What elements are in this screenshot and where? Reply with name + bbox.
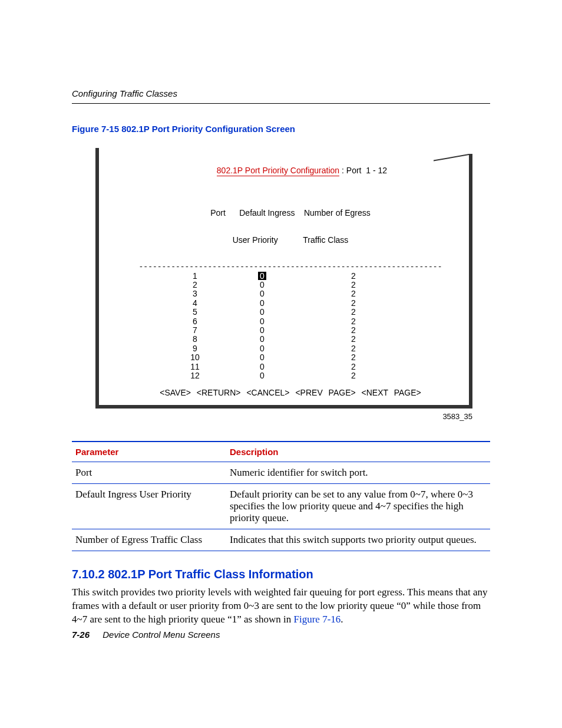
cell-priority[interactable]: 0	[221, 272, 303, 281]
screen-row: 802	[115, 335, 465, 344]
cell-port: 11	[177, 363, 221, 371]
table-row: Default Ingress User PriorityDefault pri…	[72, 483, 490, 529]
cell-egress: 2	[303, 289, 404, 298]
frame-edge	[95, 405, 472, 409]
cell-port: 9	[177, 344, 221, 353]
screen-row: 1002	[115, 353, 465, 362]
cell-priority: 0	[221, 326, 303, 335]
cell-priority: 0	[221, 353, 303, 362]
frame-edge	[95, 148, 99, 409]
cell-egress: 2	[303, 344, 404, 353]
frame-edge	[469, 154, 472, 409]
screen-row: 1102	[115, 363, 465, 371]
cell-egress: 2	[303, 317, 404, 326]
cell-egress: 2	[303, 363, 404, 371]
cell-port: 8	[177, 335, 221, 344]
cell-egress: 2	[303, 272, 404, 281]
action-return[interactable]: <RETURN>	[197, 388, 241, 397]
action-prev[interactable]: <PREV PAGE>	[295, 388, 355, 397]
table-row: Number of Egress Traffic ClassIndicates …	[72, 529, 490, 551]
screen-column-headers: Port Default Ingress Number of Egress Us…	[115, 190, 465, 263]
screen-title: 802.1P Port Priority Configuration : Por…	[115, 157, 465, 185]
cell-priority: 0	[221, 335, 303, 344]
table-header-row: Parameter Description	[72, 442, 490, 462]
footer-title: Device Control Menu Screens	[103, 630, 220, 640]
cell-port: 12	[177, 371, 221, 380]
cell-parameter: Number of Egress Traffic Class	[72, 529, 226, 551]
screen-row: 202	[115, 281, 465, 289]
page-number: 7-26	[72, 630, 90, 640]
cell-priority: 0	[221, 317, 303, 326]
section-paragraph: This switch provides two priority levels…	[72, 586, 490, 627]
running-head: Configuring Traffic Classes	[72, 0, 490, 98]
screen-row: 602	[115, 317, 465, 326]
screen-title-link: 802.1P Port Priority Configuration	[217, 166, 339, 176]
cell-priority: 0	[221, 371, 303, 380]
cell-description: Indicates that this switch supports two …	[226, 529, 490, 551]
cell-egress: 2	[303, 326, 404, 335]
terminal-screen-figure: 802.1P Port Priority Configuration : Por…	[95, 148, 472, 409]
screen-row: 702	[115, 326, 465, 335]
action-save[interactable]: <SAVE>	[160, 388, 191, 397]
figure-id: 3583_35	[95, 412, 472, 421]
para-text-pre: This switch provides two priority levels…	[72, 587, 488, 625]
col-heads-line1: Port Default Ingress Number of Egress	[115, 209, 465, 218]
screen-action-bar: <SAVE> <RETURN> <CANCEL> <PREV PAGE> <NE…	[115, 388, 465, 397]
cell-egress: 2	[303, 308, 404, 317]
th-parameter: Parameter	[72, 442, 226, 462]
action-cancel[interactable]: <CANCEL>	[246, 388, 289, 397]
screen-row: 502	[115, 308, 465, 317]
cell-port: 2	[177, 281, 221, 289]
cell-parameter: Port	[72, 462, 226, 483]
cell-egress: 2	[303, 335, 404, 344]
cell-priority: 0	[221, 363, 303, 371]
selected-value[interactable]: 0	[258, 272, 266, 281]
cell-priority: 0	[221, 344, 303, 353]
screen-row: 1202	[115, 371, 465, 380]
cell-parameter: Default Ingress User Priority	[72, 483, 226, 529]
cell-port: 10	[177, 353, 221, 362]
cell-port: 1	[177, 272, 221, 281]
running-head-rule	[72, 103, 490, 104]
cell-egress: 2	[303, 371, 404, 380]
cell-egress: 2	[303, 299, 404, 308]
cell-description: Default priority can be set to any value…	[226, 483, 490, 529]
cell-port: 7	[177, 326, 221, 335]
screen-title-rest: : Port 1 - 12	[339, 166, 387, 175]
terminal-screen: 802.1P Port Priority Configuration : Por…	[95, 148, 472, 409]
para-text-post: .	[340, 614, 343, 625]
cell-priority: 0	[221, 289, 303, 298]
th-description: Description	[226, 442, 490, 462]
cell-egress: 2	[303, 353, 404, 362]
cell-port: 4	[177, 299, 221, 308]
cell-priority: 0	[221, 299, 303, 308]
table-row: PortNumeric identifier for switch port.	[72, 462, 490, 483]
cell-port: 3	[177, 289, 221, 298]
screen-separator: ----------------------------------------…	[115, 263, 465, 271]
figure-xref[interactable]: Figure 7-16	[294, 614, 341, 625]
cell-priority: 0	[221, 281, 303, 289]
action-next[interactable]: <NEXT PAGE>	[362, 388, 421, 397]
parameter-table: Parameter Description PortNumeric identi…	[72, 441, 490, 551]
cell-priority: 0	[221, 308, 303, 317]
screen-data-rows: 102202302402502602702802902100211021202	[115, 272, 465, 381]
page: Configuring Traffic Classes Figure 7-15 …	[0, 0, 562, 728]
cell-port: 6	[177, 317, 221, 326]
col-heads-line2: User Priority Traffic Class	[115, 236, 465, 245]
cell-egress: 2	[303, 281, 404, 289]
screen-row: 902	[115, 344, 465, 353]
cell-description: Numeric identifier for switch port.	[226, 462, 490, 483]
page-footer: 7-26 Device Control Menu Screens	[72, 630, 490, 640]
screen-row: 402	[115, 299, 465, 308]
cell-port: 5	[177, 308, 221, 317]
screen-row: 302	[115, 289, 465, 298]
screen-row: 102	[115, 272, 465, 281]
figure-caption: Figure 7-15 802.1P Port Priority Configu…	[72, 124, 490, 134]
section-heading: 7.10.2 802.1P Port Traffic Class Informa…	[72, 568, 490, 581]
